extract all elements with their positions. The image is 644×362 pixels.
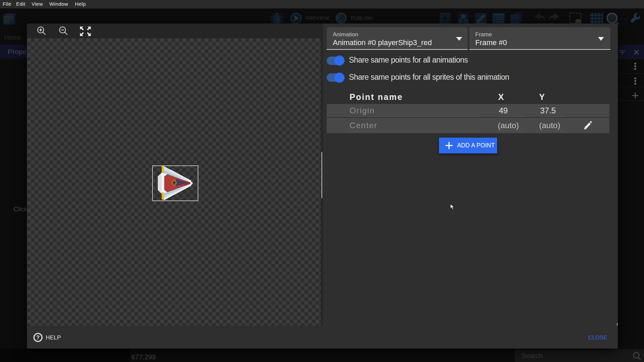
svg-text:?: ? bbox=[36, 335, 40, 340]
svg-text:PUBLISH: PUBLISH bbox=[351, 15, 372, 21]
svg-text:PREVIEW: PREVIEW bbox=[306, 15, 329, 21]
svg-text:1:1: 1:1 bbox=[609, 16, 615, 21]
